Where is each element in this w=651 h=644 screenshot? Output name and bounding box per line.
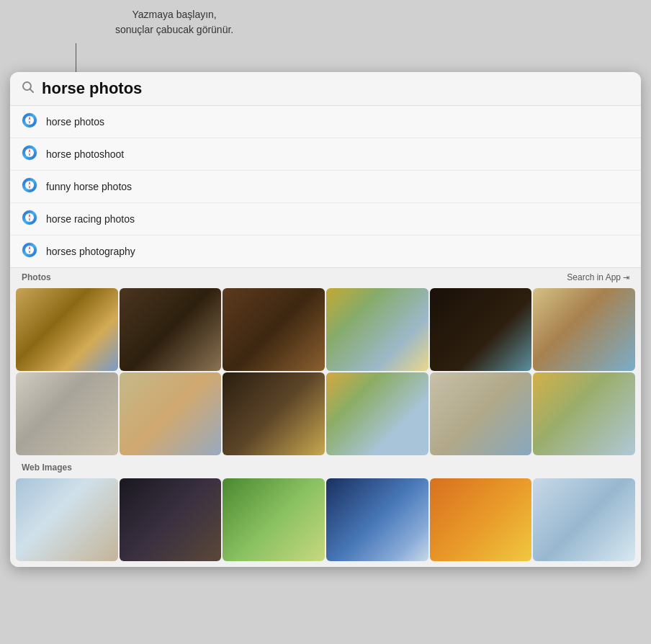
search-in-app-label: Search in App: [567, 272, 621, 282]
photo-cell-p8[interactable]: [120, 372, 222, 455]
web-images-section-title: Web Images: [22, 462, 72, 473]
photos-section-title: Photos: [22, 272, 51, 282]
search-panel: horse photos horse photos: [10, 72, 641, 567]
photo-cell-p4[interactable]: [326, 288, 428, 371]
search-bar: horse photos: [10, 72, 641, 106]
compass-icon: [22, 145, 46, 164]
suggestion-text: horse racing photos: [46, 213, 135, 225]
compass-icon: [22, 210, 46, 228]
photo-cell-p6[interactable]: [533, 288, 635, 371]
suggestion-item-s2[interactable]: horse photoshoot: [10, 138, 641, 171]
web-image-cell-w6[interactable]: [533, 478, 635, 561]
web-images-section-header: Web Images: [10, 458, 641, 475]
photos-grid: [10, 285, 641, 458]
web-images-grid: [10, 475, 641, 567]
photo-cell-p2[interactable]: [120, 288, 222, 371]
tooltip: Yazmaya başlayın, sonuçlar çabucak görün…: [115, 7, 233, 37]
suggestion-text: funny horse photos: [46, 181, 132, 192]
search-in-app-button[interactable]: Search in App ⇥: [567, 272, 629, 282]
compass-icon: [22, 242, 46, 261]
suggestion-item-s4[interactable]: horse racing photos: [10, 203, 641, 236]
suggestions-list: horse photos horse photoshoot: [10, 106, 641, 268]
search-icon: [22, 81, 35, 97]
search-input[interactable]: horse photos: [42, 79, 629, 98]
photo-cell-p1[interactable]: [16, 288, 118, 371]
web-image-cell-w5[interactable]: [430, 478, 532, 561]
web-image-cell-w2[interactable]: [120, 478, 222, 561]
compass-icon: [22, 112, 46, 131]
compass-icon: [22, 177, 46, 196]
suggestion-text: horse photoshoot: [46, 148, 124, 160]
search-in-app-arrow-icon: ⇥: [623, 273, 629, 282]
suggestion-item-s3[interactable]: funny horse photos: [10, 171, 641, 203]
photo-cell-p3[interactable]: [223, 288, 325, 371]
svg-line-1: [30, 89, 34, 92]
suggestion-item-s5[interactable]: horses photography: [10, 236, 641, 267]
suggestion-item-s1[interactable]: horse photos: [10, 106, 641, 138]
suggestion-text: horse photos: [46, 116, 104, 128]
tooltip-line2: sonuçlar çabucak görünür.: [115, 22, 233, 37]
web-image-cell-w1[interactable]: [16, 478, 118, 561]
photo-cell-p10[interactable]: [326, 372, 428, 455]
photo-cell-p11[interactable]: [430, 372, 532, 455]
photo-cell-p7[interactable]: [16, 372, 118, 455]
tooltip-line1: Yazmaya başlayın,: [115, 7, 233, 22]
web-image-cell-w4[interactable]: [326, 478, 428, 561]
photo-cell-p12[interactable]: [533, 372, 635, 455]
photos-section-header: Photos Search in App ⇥: [10, 268, 641, 285]
suggestion-text: horses photography: [46, 246, 135, 257]
photo-cell-p9[interactable]: [223, 372, 325, 455]
photo-cell-p5[interactable]: [430, 288, 532, 371]
web-image-cell-w3[interactable]: [223, 478, 325, 561]
